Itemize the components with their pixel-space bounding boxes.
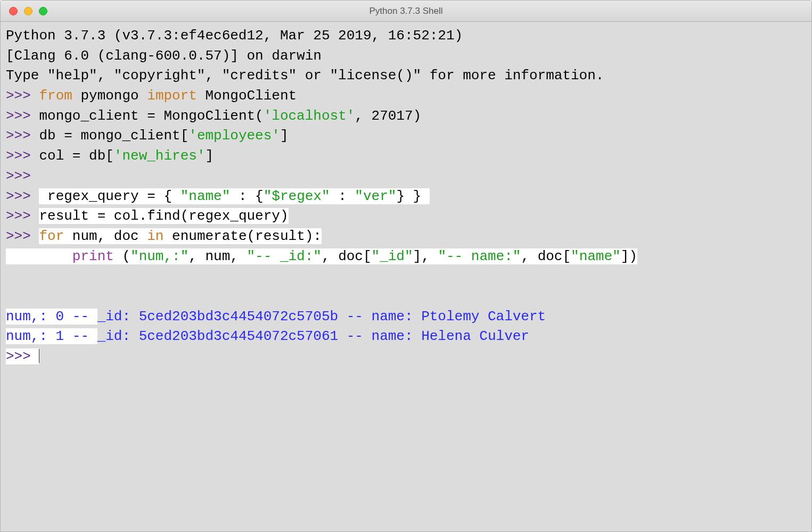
highlighted-code: result = col.find(regex_query) (39, 208, 288, 224)
highlighted-code: print ("num,:", num, "-- _id:", doc["_id… (6, 248, 637, 264)
code-text: pymongo (72, 88, 147, 104)
code-text: : (330, 188, 355, 204)
prompt: >>> (6, 128, 39, 144)
code-text: enumerate(result): (163, 228, 321, 244)
code-text (6, 248, 72, 264)
prompt: >>> (6, 188, 39, 204)
maximize-icon[interactable] (39, 7, 47, 15)
code-text: : { (230, 188, 263, 204)
code-text: ], (413, 248, 438, 264)
output-line: num,: 0 -- (6, 309, 97, 325)
builtin-print: print (72, 248, 114, 264)
string-literal: 'localhost' (264, 108, 355, 124)
code-text: db = mongo_client[ (39, 128, 188, 144)
prompt: >>> (6, 168, 39, 184)
prompt: >>> (6, 88, 39, 104)
code-text: , doc[ (521, 248, 571, 264)
banner-line: [Clang 6.0 (clang-600.0.57)] on darwin (6, 48, 322, 64)
string-literal: "ver" (355, 188, 396, 204)
keyword-import: import (147, 88, 197, 104)
code-text: MongoClient (197, 88, 297, 104)
highlighted-code: for num, doc in enumerate(result): (39, 228, 322, 244)
code-text: ] (206, 148, 214, 164)
keyword-in: in (147, 228, 163, 244)
string-literal: 'employees' (188, 128, 280, 144)
string-literal: "_id" (372, 248, 413, 264)
code-text: , doc[ (322, 248, 372, 264)
code-text: mongo_client = MongoClient( (39, 108, 263, 124)
banner-line: Type "help", "copyright", "credits" or "… (6, 68, 604, 84)
string-literal: "name" (571, 248, 621, 264)
code-text: } } (396, 188, 429, 204)
code-text: ] (280, 128, 289, 144)
output-line: _id: 5ced203bd3c4454072c57061 -- name: H… (97, 328, 529, 344)
banner-line: Python 3.7.3 (v3.7.3:ef4ec6ed12, Mar 25 … (6, 28, 471, 44)
close-icon[interactable] (9, 7, 18, 15)
string-literal: "$regex" (264, 188, 330, 204)
window-title: Python 3.7.3 Shell (1, 6, 811, 16)
prompt: >>> (6, 348, 39, 364)
code-text: , 27017) (355, 108, 421, 124)
keyword-from: from (39, 88, 72, 104)
minimize-icon[interactable] (24, 7, 32, 15)
string-literal: "-- name:" (438, 248, 521, 264)
string-literal: 'new_hires' (114, 148, 206, 164)
text-cursor (39, 349, 39, 363)
string-literal: "num,:" (130, 248, 188, 264)
string-literal: "name" (181, 188, 231, 204)
traffic-lights (9, 7, 47, 15)
code-text: ]) (621, 248, 637, 264)
string-literal: "-- _id:" (247, 248, 322, 264)
keyword-for: for (39, 228, 64, 244)
highlighted-code: regex_query = { "name" : {"$regex" : "ve… (39, 188, 429, 204)
code-text: num, doc (64, 228, 147, 244)
prompt: >>> (6, 208, 39, 224)
code-text: , num, (188, 248, 247, 264)
titlebar: Python 3.7.3 Shell (1, 1, 811, 22)
code-text: col = db[ (39, 148, 113, 164)
prompt: >>> (6, 148, 39, 164)
prompt: >>> (6, 228, 39, 244)
shell-content[interactable]: Python 3.7.3 (v3.7.3:ef4ec6ed12, Mar 25 … (1, 22, 811, 531)
output-line: _id: 5ced203bd3c4454072c5705b -- name: P… (97, 309, 546, 325)
idle-window: Python 3.7.3 Shell Python 3.7.3 (v3.7.3:… (0, 0, 812, 532)
output-line: num,: 1 -- (6, 328, 97, 344)
code-text: regex_query = { (39, 188, 180, 204)
code-text: ( (114, 248, 130, 264)
prompt: >>> (6, 108, 39, 124)
